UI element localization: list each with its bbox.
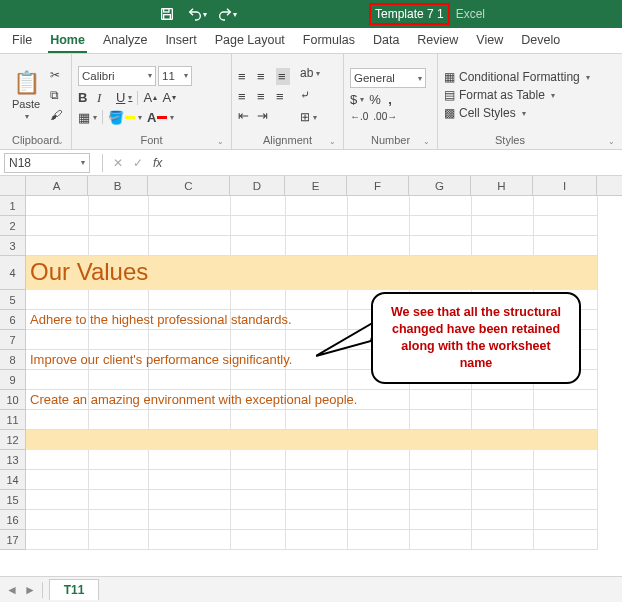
row-header[interactable]: 11: [0, 410, 26, 430]
name-box[interactable]: N18▾: [4, 153, 90, 173]
align-right-button[interactable]: ≡: [276, 89, 290, 104]
row-header[interactable]: 14: [0, 470, 26, 490]
align-left-button[interactable]: ≡: [238, 89, 252, 104]
clipboard-icon: 📋: [13, 70, 40, 96]
wrap-text-button[interactable]: ⤶: [300, 88, 320, 102]
tab-file[interactable]: File: [10, 29, 34, 53]
row-header[interactable]: 8: [0, 350, 26, 370]
cut-icon[interactable]: ✂: [50, 68, 64, 82]
italic-button[interactable]: I: [97, 90, 111, 106]
fill-color-button[interactable]: 🪣▾: [108, 110, 142, 125]
title-bar: ▾ ▾ Template 7 1 Excel: [0, 0, 622, 28]
col-header-e[interactable]: E: [285, 176, 347, 195]
increase-indent-button[interactable]: ⇥: [257, 108, 271, 123]
redo-icon[interactable]: ▾: [216, 3, 238, 25]
cancel-formula-icon[interactable]: ✕: [113, 156, 123, 170]
col-header-b[interactable]: B: [88, 176, 148, 195]
tab-data[interactable]: Data: [371, 29, 401, 53]
paste-button[interactable]: 📋 Paste ▾: [6, 61, 46, 129]
font-name-combo[interactable]: Calibri▾: [78, 66, 156, 86]
save-icon[interactable]: [156, 3, 178, 25]
group-styles: ▦ Conditional Formatting▾ ▤ Format as Ta…: [438, 54, 622, 149]
copy-icon[interactable]: ⧉: [50, 88, 64, 102]
enter-formula-icon[interactable]: ✓: [133, 156, 143, 170]
row-header[interactable]: 7: [0, 330, 26, 350]
app-name: Excel: [456, 7, 485, 21]
increase-font-button[interactable]: A▴: [143, 90, 157, 105]
row-header[interactable]: 13: [0, 450, 26, 470]
increase-decimal-button[interactable]: ←.0: [350, 111, 368, 122]
group-clipboard: 📋 Paste ▾ ✂ ⧉ 🖌 Clipboard: [0, 54, 72, 149]
align-bottom-button[interactable]: ≡: [276, 68, 290, 85]
tab-page-layout[interactable]: Page Layout: [213, 29, 287, 53]
decrease-indent-button[interactable]: ⇤: [238, 108, 252, 123]
ribbon: 📋 Paste ▾ ✂ ⧉ 🖌 Clipboard Calibri▾ 11▾ B…: [0, 54, 622, 150]
col-header-f[interactable]: F: [347, 176, 409, 195]
row-header[interactable]: 2: [0, 216, 26, 236]
row-header[interactable]: 15: [0, 490, 26, 510]
tab-formulas[interactable]: Formulas: [301, 29, 357, 53]
conditional-formatting-button[interactable]: ▦ Conditional Formatting▾: [444, 70, 590, 84]
row-headers: 1 2 3 4 5 6 7 8 9 10 11 12 13 14 15 16 1…: [0, 196, 26, 550]
comma-button[interactable]: ,: [388, 92, 402, 107]
format-painter-icon[interactable]: 🖌: [50, 108, 64, 122]
tab-home[interactable]: Home: [48, 29, 87, 53]
svg-marker-3: [316, 321, 376, 356]
font-size-combo[interactable]: 11▾: [158, 66, 192, 86]
col-header-c[interactable]: C: [148, 176, 230, 195]
fx-icon[interactable]: fx: [153, 156, 162, 170]
currency-button[interactable]: $▾: [350, 92, 364, 107]
group-number: General▾ $▾ % , ←.0 .00→ Number: [344, 54, 438, 149]
align-top-button[interactable]: ≡: [238, 69, 252, 84]
select-all-corner[interactable]: [0, 176, 26, 195]
merge-button[interactable]: ⊞▾: [300, 110, 320, 124]
decrease-decimal-button[interactable]: .00→: [373, 111, 397, 122]
undo-icon[interactable]: ▾: [186, 3, 208, 25]
sheet-tab-active[interactable]: T11: [49, 579, 100, 600]
tab-view[interactable]: View: [474, 29, 505, 53]
row-header[interactable]: 6: [0, 310, 26, 330]
sheet-nav-prev-icon[interactable]: ◄: [6, 583, 18, 597]
tab-analyze[interactable]: Analyze: [101, 29, 149, 53]
col-header-d[interactable]: D: [230, 176, 285, 195]
format-as-table-button[interactable]: ▤ Format as Table▾: [444, 88, 590, 102]
align-center-button[interactable]: ≡: [257, 89, 271, 104]
number-format-combo[interactable]: General▾: [350, 68, 426, 88]
sheet-nav-next-icon[interactable]: ►: [24, 583, 36, 597]
col-header-g[interactable]: G: [409, 176, 471, 195]
tab-review[interactable]: Review: [415, 29, 460, 53]
row-header[interactable]: 9: [0, 370, 26, 390]
annotation-callout: We see that all the structural changed h…: [371, 292, 581, 384]
tab-developer[interactable]: Develo: [519, 29, 562, 53]
value-line-2: Improve our client's performance signifi…: [30, 352, 292, 367]
align-middle-button[interactable]: ≡: [257, 69, 271, 84]
worksheet-grid[interactable]: A B C D E F G H I 1 2 3 4 5 6 7 8 9 10 1…: [0, 176, 622, 576]
row-header[interactable]: 3: [0, 236, 26, 256]
formula-input[interactable]: [170, 153, 622, 173]
bold-button[interactable]: B: [78, 90, 92, 105]
orientation-button[interactable]: ab▾: [300, 66, 320, 80]
row-header[interactable]: 16: [0, 510, 26, 530]
row-header[interactable]: 12: [0, 430, 26, 450]
borders-button[interactable]: ▦▾: [78, 110, 97, 125]
column-headers: A B C D E F G H I: [0, 176, 622, 196]
percent-button[interactable]: %: [369, 92, 383, 107]
cell-styles-button[interactable]: ▩ Cell Styles▾: [444, 106, 590, 120]
document-title: Template 7 1: [375, 7, 444, 21]
col-header-a[interactable]: A: [26, 176, 88, 195]
row-header[interactable]: 17: [0, 530, 26, 550]
col-header-h[interactable]: H: [471, 176, 533, 195]
value-line-1: Adhere to the highest professional stand…: [30, 312, 292, 327]
sheet-tab-bar: ◄ ► T11: [0, 576, 622, 602]
col-header-i[interactable]: I: [533, 176, 597, 195]
decrease-font-button[interactable]: A▾: [162, 90, 176, 105]
font-color-button[interactable]: A▾: [147, 110, 174, 125]
cell-styles-icon: ▩: [444, 106, 455, 120]
row-header[interactable]: 10: [0, 390, 26, 410]
tab-insert[interactable]: Insert: [163, 29, 198, 53]
underline-button[interactable]: U▾: [116, 90, 132, 105]
group-label-clipboard: Clipboard: [6, 132, 65, 149]
row-header[interactable]: 4: [0, 256, 26, 290]
row-header[interactable]: 1: [0, 196, 26, 216]
row-header[interactable]: 5: [0, 290, 26, 310]
